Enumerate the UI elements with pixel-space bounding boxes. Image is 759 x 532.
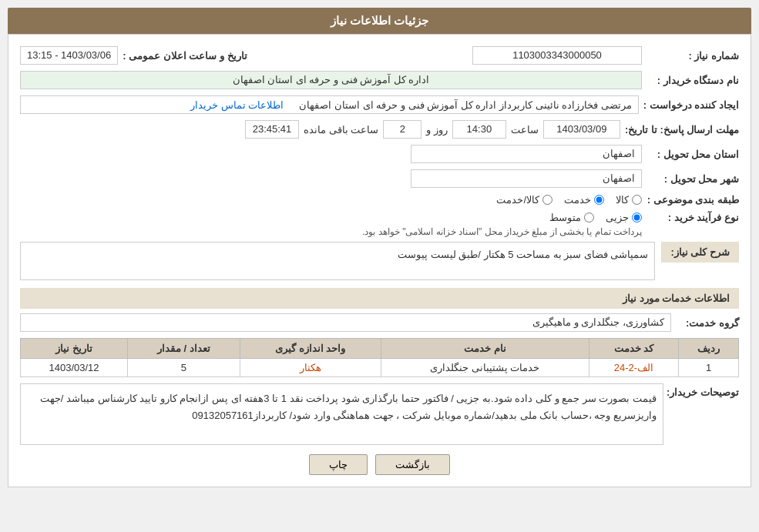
purchase-type-note: پرداخت تمام یا بخشی از مبلغ خریداز محل "… [20, 226, 642, 237]
creator-label: ایجاد کننده درخواست : [643, 99, 739, 111]
button-row: بازگشت چاپ [20, 454, 739, 475]
need-desc-section: شرح کلی نیاز: سمپاشی فضای سبز به مساحت 5… [20, 242, 739, 280]
col-unit: واحد اندازه گیری [240, 339, 381, 359]
cell-count: 5 [128, 359, 240, 377]
col-row: ردیف [679, 339, 739, 359]
category-option-kala-khedmat: کالا/خدمت [496, 194, 552, 206]
service-group-value: کشاورزی، جنگلداری و ماهیگیری [20, 313, 671, 332]
deadline-days: 2 [383, 120, 421, 139]
main-card: شماره نیاز : 1103003343000050 تاریخ و سا… [8, 34, 751, 487]
announcement-value: 1403/03/06 - 13:15 [20, 46, 118, 65]
buyer-name-label: نام دستگاه خریدار : [646, 75, 739, 86]
buyer-name-value: اداره کل آموزش فنی و حرفه ای استان اصفها… [20, 71, 642, 89]
need-desc-value: سمپاشی فضای سبز به مساحت 5 هکتار /طبق لی… [20, 242, 655, 280]
purchase-type-jozii: جزیی [606, 212, 642, 223]
response-deadline-label: مهلت ارسال پاسخ: تا تاریخ: [625, 124, 739, 136]
cell-name: خدمات پشتیبانی جنگلداری [381, 359, 589, 377]
purchase-type-row: نوع فرآیند خرید : جزیی متوسط پرداخت تمام… [20, 212, 739, 237]
col-code: کد خدمت [589, 339, 678, 359]
page-container: جزئیات اطلاعات نیاز شماره نیاز : 1103003… [0, 0, 759, 532]
col-date: تاریخ نیاز [21, 339, 128, 359]
service-group-label: گروه خدمت: [677, 317, 739, 329]
service-group-row: گروه خدمت: کشاورزی، جنگلداری و ماهیگیری [20, 313, 739, 332]
purchase-type-motavaset: متوسط [549, 212, 594, 223]
cell-code: الف-2-24 [589, 359, 678, 377]
purchase-type-label: نوع فرآیند خرید : [646, 212, 739, 223]
announcement-label: تاریخ و ساعت اعلان عمومی : [123, 50, 247, 62]
need-number-label: شماره نیاز : [646, 50, 739, 62]
need-desc-label: شرح کلی نیاز: [661, 242, 739, 263]
province-label: استان محل تحویل : [646, 149, 739, 160]
category-label: طبقه بندی موضوعی : [646, 194, 739, 206]
purchase-type-radio-group: جزیی متوسط [20, 212, 642, 223]
deadline-time-label: ساعت [511, 124, 539, 136]
col-name: نام خدمت [381, 339, 589, 359]
category-radio-group: کالا خدمت کالا/خدمت [496, 194, 642, 206]
category-option-khedmat: خدمت [564, 194, 604, 206]
back-button[interactable]: بازگشت [375, 454, 450, 475]
deadline-remaining-label: ساعت باقی مانده [304, 124, 378, 136]
col-count: تعداد / مقدار [128, 339, 240, 359]
purchase-label-jozii: جزیی [606, 212, 629, 223]
category-label-kala-khedmat: کالا/خدمت [496, 194, 539, 206]
category-label-kala: کالا [616, 194, 629, 206]
city-label: شهر محل تحویل : [646, 173, 739, 185]
need-number-value: 1103003343000050 [472, 46, 642, 65]
service-info-label: اطلاعات خدمات مورد نیاز [20, 288, 739, 309]
service-table: ردیف کد خدمت نام خدمت واحد اندازه گیری ت… [20, 338, 739, 377]
deadline-time: 14:30 [452, 120, 506, 139]
deadline-remaining: 23:45:41 [245, 120, 299, 139]
table-row: 1 الف-2-24 خدمات پشتیبانی جنگلداری هکتار… [21, 359, 739, 377]
deadline-days-label: روز و [426, 124, 448, 136]
deadline-row: مهلت ارسال پاسخ: تا تاریخ: 1403/03/09 سا… [20, 120, 739, 139]
province-value: اصفهان [411, 145, 642, 163]
deadline-date: 1403/03/09 [543, 120, 620, 139]
page-title: جزئیات اطلاعات نیاز [331, 14, 428, 27]
category-label-khedmat: خدمت [564, 194, 591, 206]
category-option-kala: کالا [616, 194, 642, 206]
print-button[interactable]: چاپ [309, 454, 368, 475]
category-radio-kala-khedmat[interactable] [542, 195, 552, 205]
city-value: اصفهان [411, 169, 642, 188]
city-row: شهر محل تحویل : اصفهان [20, 169, 739, 188]
creator-row: ایجاد کننده درخواست : مرتضی فخارزاده نائ… [20, 95, 739, 114]
need-number-row: شماره نیاز : 1103003343000050 تاریخ و سا… [20, 46, 739, 65]
buyer-notes-label: توصیحات خریدار: [670, 383, 739, 398]
contact-link[interactable]: اطلاعات تماس خریدار [190, 99, 284, 111]
buyer-notes: قیمت بصورت سر جمع و کلی داده شود.به جزیی… [20, 383, 663, 445]
purchase-radio-jozii[interactable] [632, 212, 642, 223]
category-row: طبقه بندی موضوعی : کالا خدمت کالا/خدمت [20, 194, 739, 206]
page-header: جزئیات اطلاعات نیاز [8, 8, 751, 34]
buyer-name-row: نام دستگاه خریدار : اداره کل آموزش فنی و… [20, 71, 739, 89]
purchase-radio-motavaset[interactable] [584, 212, 594, 223]
category-radio-khedmat[interactable] [594, 195, 604, 205]
province-row: استان محل تحویل : اصفهان [20, 145, 739, 163]
cell-date: 1403/03/12 [21, 359, 128, 377]
category-radio-kala[interactable] [632, 195, 642, 205]
notes-section: توصیحات خریدار: قیمت بصورت سر جمع و کلی … [20, 383, 739, 445]
cell-unit: هکتار [240, 359, 381, 377]
cell-row: 1 [679, 359, 739, 377]
creator-value: مرتضی فخارزاده نائینی کاربرداز اداره کل … [299, 99, 631, 111]
purchase-label-motavaset: متوسط [549, 212, 581, 223]
